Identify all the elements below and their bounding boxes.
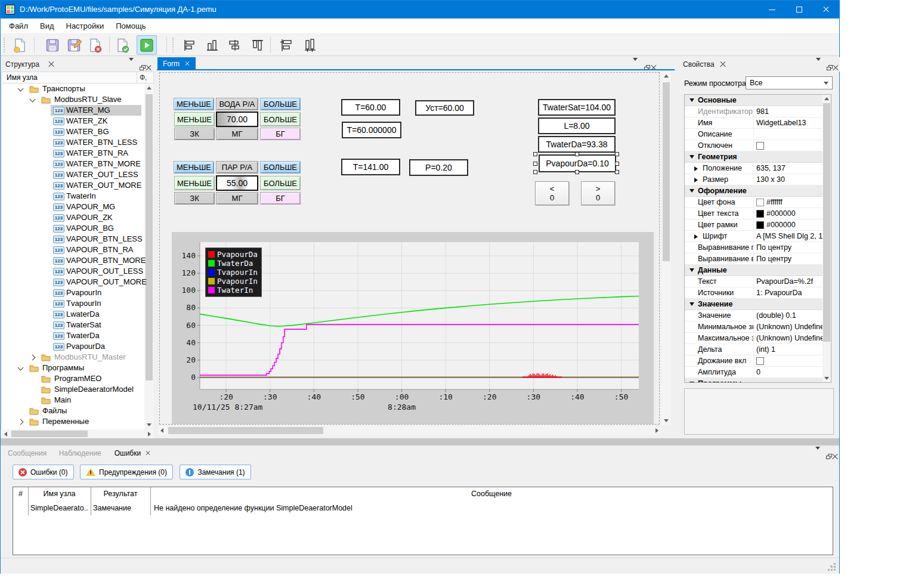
tree-item-WATER_BTN_LESS[interactable]: 123WATER_BTN_LESS [2, 137, 144, 148]
props-vscroll-thumb[interactable] [823, 103, 830, 342]
tab-form[interactable]: Form [157, 57, 196, 70]
distribute-vertical-button[interactable] [300, 35, 320, 55]
water-title-label[interactable]: ВОДА Р/А [216, 98, 258, 110]
property-section-Данные[interactable]: Данные [685, 265, 822, 276]
property-row-Дрожание вкл[interactable]: Дрожание вкл [685, 355, 822, 367]
water-value-display[interactable]: 70.00 [216, 112, 258, 127]
resize-handle[interactable] [575, 152, 579, 156]
tree-item-Программы[interactable]: Программы [2, 363, 144, 373]
property-row-Максимальное з...[interactable]: Максимальное з...(Unknown) Undefined [685, 333, 822, 344]
tree-item-Файлы[interactable]: Файлы [2, 406, 144, 416]
tree-item-VAPOUR_BTN_LESS[interactable]: 123VAPOUR_BTN_LESS [2, 234, 144, 245]
tree-item-VAPOUR_OUT_LESS[interactable]: 123VAPOUR_OUT_LESS [2, 266, 144, 277]
property-row-Амплитуда[interactable]: Амплитуда0 [685, 367, 822, 378]
nav-left-button[interactable]: < 0 [535, 181, 569, 205]
tree-item-WATER_BTN_MORE[interactable]: 123WATER_BTN_MORE [2, 159, 144, 169]
filter-warning-button[interactable]: Предупреждения (0) [80, 465, 173, 479]
scroll-down-icon[interactable] [664, 419, 669, 422]
water-bg-button[interactable]: БГ [260, 128, 301, 140]
column-divider[interactable] [150, 487, 151, 515]
resize-handle[interactable] [575, 170, 579, 174]
property-row-Выравнивание г...[interactable]: Выравнивание г...По центру [685, 242, 822, 253]
scroll-down-icon[interactable] [147, 423, 151, 426]
tree-item-ProgramMEO[interactable]: ProgramMEO [2, 373, 144, 384]
filter-error-button[interactable]: Ошибки (0) [13, 465, 74, 479]
property-row-Выравнивание в...[interactable]: Выравнивание в...По центру [685, 253, 822, 265]
tree-item-SimpleDeaeratorModel[interactable]: SimpleDeaeratorModel [2, 384, 144, 395]
property-row-Значение[interactable]: Значение(double) 0.1 [685, 310, 822, 321]
vapour-zk-button[interactable]: ЗК [174, 192, 215, 205]
tree-item-ModbusRTU_Master[interactable]: ModbusRTU_Master [2, 352, 144, 363]
menu-item-1[interactable]: Вид [34, 19, 60, 33]
tree-item-Main[interactable]: Main [2, 395, 144, 406]
tree-hscrollbar[interactable] [1, 429, 154, 438]
tree-item-VAPOUR_ZK[interactable]: 123VAPOUR_ZK [2, 212, 144, 223]
nav-right-button[interactable]: > 0 [581, 181, 615, 205]
tree-item-Переменные[interactable]: Переменные [2, 416, 144, 427]
menu-item-0[interactable]: Файл [3, 19, 34, 33]
vapour-more-button[interactable]: БОЛЬШЕ [260, 161, 301, 174]
property-value[interactable]: (Unknown) Undefined [755, 333, 822, 343]
property-value[interactable]: (Unknown) Undefined [755, 321, 822, 332]
property-value[interactable] [755, 355, 822, 366]
scroll-up-icon[interactable] [147, 86, 151, 89]
property-value[interactable]: По центру [755, 253, 822, 264]
property-row-Шрифт[interactable]: ШрифтA [MS Shell Dlg 2, 10] [685, 231, 822, 242]
trend-chart[interactable]: 020406080100120140:20:30:40:50:00:10:20:… [172, 232, 654, 424]
property-value[interactable]: A [MS Shell Dlg 2, 10] [755, 231, 822, 242]
scroll-down-icon[interactable] [824, 377, 829, 380]
checkbox[interactable] [756, 142, 764, 150]
tree-item-TwaterDa[interactable]: 123TwaterDa [2, 330, 144, 341]
chevron-right-icon[interactable] [30, 355, 36, 361]
chevron-down-icon[interactable] [18, 365, 24, 371]
tree-item-WATER_OUT_LESS[interactable]: 123WATER_OUT_LESS [2, 169, 144, 180]
column-divider[interactable] [91, 487, 91, 515]
horizontal-splitter[interactable] [1, 438, 839, 445]
property-row-Цвет рамки[interactable]: Цвет рамки#000000 [685, 219, 822, 231]
section-collapse-icon[interactable] [689, 189, 694, 193]
water-mg-button[interactable]: МГ [216, 128, 258, 140]
scroll-left-icon[interactable] [4, 432, 7, 437]
level-label[interactable]: L=8.00 [538, 117, 616, 134]
property-value[interactable]: WidgetLabel13 [755, 117, 822, 128]
tree-item-PvapourIn[interactable]: 123PvapourIn [2, 287, 144, 298]
resize-handle[interactable] [533, 162, 537, 166]
row-expand-icon[interactable] [694, 178, 698, 182]
property-row-Положение[interactable]: Положение635, 137 [685, 163, 822, 174]
water-zk-button[interactable]: ЗК [174, 128, 215, 140]
tab-Наблюдение[interactable]: Наблюдение [54, 447, 106, 459]
tree-item-VAPOUR_BTN_RA[interactable]: 123VAPOUR_BTN_RA [2, 245, 144, 255]
water-more-manual-button[interactable]: БОЛЬШЕ [260, 112, 301, 126]
menu-item-3[interactable]: Помощь [110, 19, 151, 33]
vapour-value-display[interactable]: 55.00 [216, 175, 258, 191]
chevron-down-icon[interactable] [30, 97, 36, 103]
property-value[interactable]: По центру [755, 242, 822, 253]
t-sat-label[interactable]: T=141.00 [341, 159, 400, 175]
align-bottom-button[interactable] [202, 35, 222, 55]
vapour-bg-button[interactable]: БГ [260, 192, 301, 205]
property-row-Описание[interactable]: Описание [685, 129, 822, 140]
tab-close-icon[interactable] [146, 451, 150, 455]
resize-handle[interactable] [533, 170, 537, 174]
tree-item-PvapourDa[interactable]: 123PvapourDa [2, 341, 144, 352]
vapour-more-manual-button[interactable]: БОЛЬШЕ [260, 176, 301, 190]
tree-item-TvapourIn[interactable]: 123TvapourIn [2, 298, 144, 309]
toolbar-grip[interactable] [4, 38, 6, 52]
tree-hscroll-thumb[interactable] [11, 431, 88, 437]
twater-da-label[interactable]: TwaterDa=93.38 [538, 136, 616, 153]
property-value[interactable]: (int) 1 [755, 344, 822, 355]
scroll-right-icon[interactable] [148, 432, 151, 437]
property-section-Основные[interactable]: Основные [685, 95, 822, 106]
form-hscrollbar[interactable] [157, 426, 661, 435]
scroll-right-icon[interactable] [655, 428, 658, 433]
row-expand-icon[interactable] [694, 234, 698, 239]
twater-sat-label[interactable]: TwaterSat=104.00 [538, 99, 616, 116]
tree-item-WATER_MG[interactable]: 123WATER_MG [2, 105, 144, 116]
property-row-Дельта[interactable]: Дельта(int) 1 [685, 344, 822, 355]
property-value[interactable] [755, 140, 822, 151]
maximize-button[interactable] [786, 1, 812, 18]
vapour-less-manual-button[interactable]: МЕНЬШЕ [174, 176, 215, 190]
property-row-Размер[interactable]: Размер130 x 30 [685, 174, 822, 185]
property-row-Текст[interactable]: ТекстPvapourDa=%.2f [685, 276, 822, 287]
p-label[interactable]: P=0.20 [409, 159, 468, 176]
